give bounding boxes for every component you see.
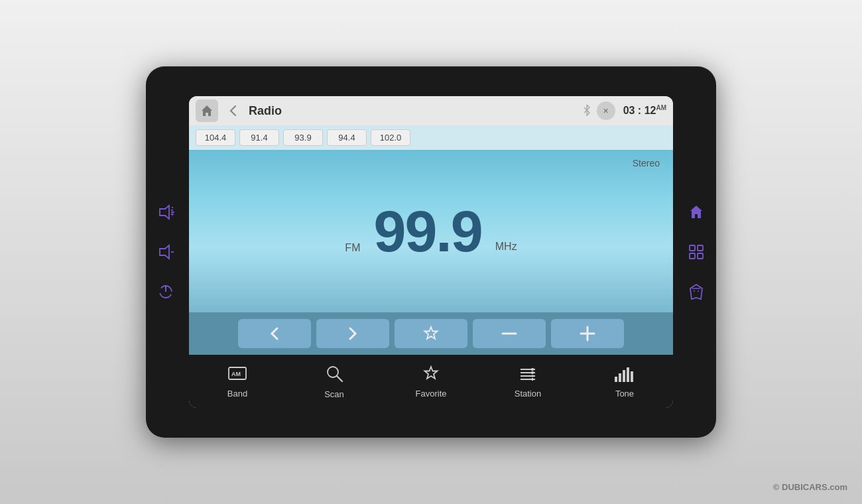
grid-button[interactable] [686,241,707,263]
favorite-label-nav: Favorite [416,389,447,399]
svg-rect-34 [631,371,633,382]
svg-rect-38 [690,253,695,259]
band-icon: AM [227,365,247,386]
bluetooth-icon [582,104,591,118]
head-unit: + [146,66,716,438]
tone-label-nav: Tone [615,389,634,399]
prev-button[interactable] [238,319,311,348]
power-button[interactable] [155,281,176,302]
home-physical-button[interactable] [686,202,707,223]
svg-marker-35 [690,206,702,218]
preset-2[interactable]: 91.4 [239,129,279,146]
preset-4[interactable]: 94.4 [327,129,367,146]
station-label-nav: Station [515,389,541,399]
right-side-buttons [686,202,707,302]
svg-rect-32 [623,370,625,382]
screen: Radio × 03 : 12AM 104.4 91.4 93.9 [189,96,673,408]
svg-rect-30 [615,377,617,382]
svg-rect-36 [690,245,695,251]
background: + [0,0,862,504]
plus-button[interactable] [551,319,624,348]
svg-marker-40 [690,284,702,299]
svg-text:AM: AM [231,371,241,377]
minus-button[interactable] [473,319,546,348]
favorite-button[interactable] [395,319,467,348]
close-button[interactable]: × [597,101,615,120]
main-display: Stereo FM 99.9 MHz [189,150,673,312]
scan-label-nav: Scan [324,389,344,399]
svg-marker-10 [202,105,212,116]
band-label: FM [345,242,360,254]
band-label-nav: Band [227,389,247,399]
control-buttons [189,312,673,355]
svg-marker-21 [425,367,438,379]
stereo-label: Stereo [633,158,660,168]
nav-band[interactable]: AM Band [198,365,277,399]
next-button[interactable] [316,319,389,348]
preset-5[interactable]: 102.0 [371,129,410,146]
svg-line-20 [337,376,342,381]
home-button[interactable] [196,99,218,122]
svg-rect-31 [619,373,621,382]
mute-button[interactable] [686,281,707,302]
time-suffix: AM [656,104,666,111]
svg-rect-33 [627,367,629,382]
bottom-nav: AM Band Scan [189,355,673,408]
svg-rect-37 [698,245,703,251]
scan-icon [325,364,343,387]
preset-3[interactable]: 93.9 [283,129,323,146]
tone-icon [613,365,636,386]
volume-down-button[interactable] [155,241,176,263]
time-display: 03 : 12AM [623,104,666,117]
station-icon [518,365,538,386]
watermark: © DUBICARS.com [773,482,847,492]
presets-row: 104.4 91.4 93.9 94.4 102.0 [189,125,673,150]
svg-rect-39 [698,253,703,259]
mhz-label: MHz [495,241,517,253]
preset-1[interactable]: 104.4 [196,129,235,146]
volume-up-button[interactable]: + [155,202,176,223]
svg-text:+: + [170,211,174,218]
frequency-display: 99.9 [373,202,481,261]
time-value: 03 : 12 [623,105,656,117]
svg-marker-13 [425,327,438,339]
nav-tone[interactable]: Tone [585,365,664,399]
screen-title: Radio [249,104,577,118]
top-bar: Radio × 03 : 12AM [189,96,673,125]
favorite-icon [421,365,441,386]
nav-favorite[interactable]: Favorite [391,365,471,399]
left-side-buttons: + [155,202,176,302]
nav-scan[interactable]: Scan [294,364,374,399]
svg-marker-6 [160,245,169,259]
back-button[interactable] [223,101,243,121]
nav-station[interactable]: Station [488,365,568,399]
frequency-container: FM 99.9 MHz [345,202,517,261]
svg-marker-0 [160,206,169,219]
